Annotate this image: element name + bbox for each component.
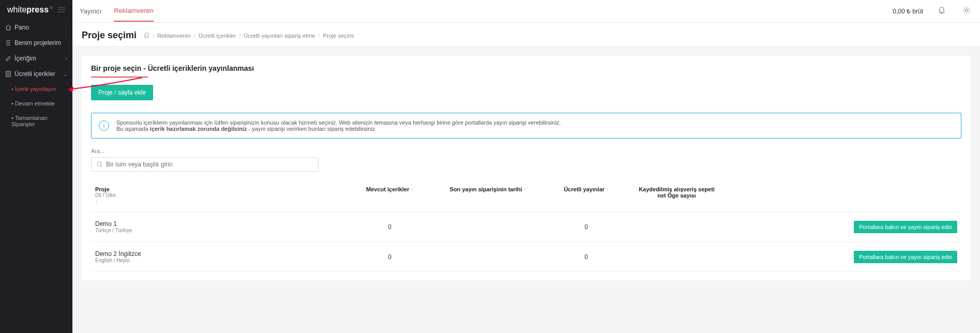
cell-son	[435, 224, 541, 230]
chevron-down-icon: ⌄	[63, 71, 67, 77]
svg-point-1	[966, 9, 968, 12]
crumb-ucretli-icerikler[interactable]: Ücretli içerikler	[199, 33, 236, 39]
th-mevcut[interactable]: Mevcut içerikler	[344, 183, 435, 207]
sidebar-item-label: Benim projelerim	[14, 39, 61, 47]
breadcrumb: / Reklamveren / Ücretli içerikler / Ücre…	[144, 32, 354, 39]
th-sublabel: Dil / Ülke	[95, 192, 340, 198]
balance-text: 0,00 ₺ brüt	[893, 8, 923, 15]
alert-text: Bu aşamada	[116, 126, 150, 132]
sidebar-item-pano[interactable]: Pano	[0, 20, 72, 35]
crumb-sep: /	[194, 33, 195, 39]
sidebar-item-icerigim[interactable]: İçeriğim ›	[0, 51, 72, 66]
card-heading: Bir proje seçin - Ücretli içeriklerin ya…	[91, 64, 961, 72]
table-head: Proje Dil / Ülke Mevcut içerikler Son ya…	[91, 183, 961, 212]
sidebar-sub-devam-etmekte[interactable]: Devam etmekte	[0, 96, 72, 111]
logo-reg: ®	[50, 6, 53, 10]
cell-action: Portallara bakın ve yayın sipariş edin	[722, 218, 961, 236]
gear-icon[interactable]	[960, 4, 973, 18]
search-box[interactable]	[91, 157, 319, 172]
projects-table: Proje Dil / Ülke Mevcut içerikler Son ya…	[91, 183, 961, 272]
th-label: Ücretli yayınlar	[564, 186, 605, 192]
list-icon	[5, 40, 11, 46]
sidebar-item-label: Pano	[14, 24, 29, 31]
home-icon	[5, 24, 11, 31]
home-icon[interactable]	[144, 32, 149, 39]
tab-yayinci[interactable]: Yayıncı	[80, 1, 101, 21]
cell-ucr: 0	[541, 250, 631, 264]
th-son-yayin[interactable]: Son yayın siparişinin tarihi	[435, 183, 541, 207]
edit-icon	[5, 55, 11, 62]
info-alert: i Sponsorlu içeriklerin yayınlanması içi…	[91, 113, 961, 139]
search-area: Ara...	[91, 148, 961, 172]
search-input[interactable]	[106, 161, 313, 168]
row-name: Demo 1	[95, 220, 340, 228]
info-icon: i	[99, 120, 109, 131]
tab-label: Reklamveren	[114, 7, 154, 14]
search-label: Ara...	[91, 148, 961, 154]
row-lang: Türkçe / Türkiye	[95, 228, 340, 233]
alert-bold: içerik hazırlamak zorunda değilsiniz	[150, 126, 247, 132]
sidebar-item-label: İçeriğim	[14, 55, 36, 62]
cell-son	[435, 254, 541, 260]
view-portals-button[interactable]: Portallara bakın ve yayın sipariş edin	[854, 251, 957, 263]
crumb-siparis-etme[interactable]: Ücretli yayınları sipariş etme	[244, 33, 315, 39]
sidebar-sub-label: İçerik yayınlayın	[15, 86, 56, 92]
add-project-button[interactable]: Proje / sayfa ekle	[91, 85, 153, 100]
alert-line1: Sponsorlu içeriklerin yayınlanması için …	[116, 119, 561, 126]
cell-ucr: 0	[541, 220, 631, 234]
sidebar-sub-tamamlanan[interactable]: Tamamlanan Siparişler	[0, 111, 72, 131]
sidebar: whitepress® Pano Benim projelerim İçeriğ…	[0, 0, 72, 333]
logo-text-1: white	[7, 5, 26, 14]
sidebar-sub-label: Devam etmekte	[15, 100, 55, 107]
bell-icon[interactable]	[936, 4, 948, 18]
cell-kay	[631, 254, 722, 260]
chevron-right-icon: ›	[66, 56, 67, 62]
page-head: Proje seçimi / Reklamveren / Ücretli içe…	[72, 23, 980, 47]
sidebar-sub-icerik-yayinlayin[interactable]: İçerik yayınlayın	[0, 82, 72, 96]
cell-proje: Demo 1 Türkçe / Türkiye	[91, 217, 344, 236]
th-proje[interactable]: Proje Dil / Ülke	[91, 183, 344, 207]
topbar: Yayıncı Reklamveren 0,00 ₺ brüt	[72, 0, 980, 23]
th-label: Kaydedilmiş alışveriş sepeti net Öge say…	[639, 186, 715, 199]
content: Bir proje seçin - Ücretli içeriklerin ya…	[72, 47, 980, 333]
table-row: Demo 1 Türkçe / Türkiye 0 0 Portallara b…	[91, 212, 961, 242]
svg-point-2	[97, 162, 101, 166]
th-ucretli[interactable]: Ücretli yayınlar	[541, 183, 631, 207]
sidebar-sub-label: Tamamlanan Siparişler	[11, 115, 48, 127]
crumb-sep: /	[153, 33, 154, 39]
th-label: Son yayın siparişinin tarihi	[450, 186, 522, 192]
alert-body: Sponsorlu içeriklerin yayınlanması için …	[116, 119, 561, 132]
th-label: Mevcut içerikler	[366, 186, 409, 192]
sidebar-item-benim-projelerim[interactable]: Benim projelerim	[0, 35, 72, 51]
cell-kay	[631, 224, 722, 230]
row-name: Demo 2 İngilizce	[95, 250, 340, 258]
sidebar-item-label: Ücretli içerikler	[14, 70, 55, 78]
sidebar-item-ucretli-icerikler[interactable]: Ücretli içerikler ⌄	[0, 66, 72, 82]
th-actions	[722, 183, 961, 207]
search-icon	[97, 161, 103, 168]
tab-reklamveren[interactable]: Reklamveren	[114, 1, 154, 22]
tab-label: Yayıncı	[80, 7, 101, 15]
th-kaydedilmis[interactable]: Kaydedilmiş alışveriş sepeti net Öge say…	[631, 183, 722, 207]
button-label: Portallara bakın ve yayın sipariş edin	[859, 254, 952, 260]
card: Bir proje seçin - Ücretli içeriklerin ya…	[82, 56, 971, 280]
crumb-sep: /	[239, 33, 240, 39]
crumb-sep: /	[318, 33, 320, 39]
cell-action: Portallara bakın ve yayın sipariş edin	[722, 248, 961, 266]
document-icon	[5, 71, 11, 77]
button-label: Portallara bakın ve yayın sipariş edin	[859, 224, 952, 230]
row-lang: English / Hepsi	[95, 258, 340, 263]
view-portals-button[interactable]: Portallara bakın ve yayın sipariş edin	[854, 221, 957, 233]
cell-mevcut: 0	[344, 220, 435, 234]
logo-text-2: press	[26, 5, 49, 14]
cell-proje: Demo 2 İngilizce English / Hepsi	[91, 247, 344, 266]
main: Yayıncı Reklamveren 0,00 ₺ brüt Proje se…	[72, 0, 980, 333]
logo[interactable]: whitepress®	[0, 0, 72, 20]
hamburger-icon[interactable]	[58, 6, 65, 14]
table-row: Demo 2 İngilizce English / Hepsi 0 0 Por…	[91, 242, 961, 272]
cell-mevcut: 0	[344, 250, 435, 264]
crumb-proje-secimi: Proje seçimi	[323, 33, 354, 39]
crumb-reklamveren[interactable]: Reklamveren	[157, 33, 191, 39]
page-title: Proje seçimi	[82, 30, 137, 41]
th-label: Proje	[95, 186, 340, 192]
